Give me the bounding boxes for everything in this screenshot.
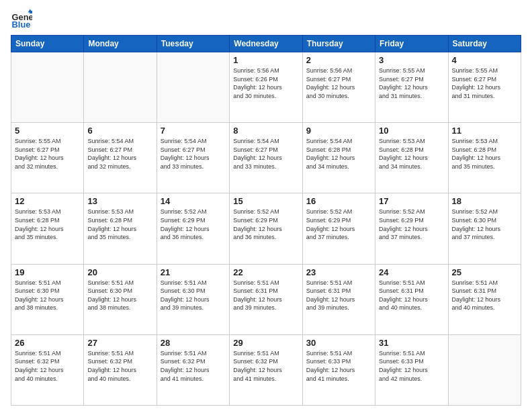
day-number: 10 bbox=[379, 126, 444, 136]
calendar-cell: 18Sunrise: 5:52 AM Sunset: 6:30 PM Dayli… bbox=[448, 193, 521, 264]
calendar-cell: 5Sunrise: 5:55 AM Sunset: 6:27 PM Daylig… bbox=[11, 123, 84, 193]
day-info: Sunrise: 5:51 AM Sunset: 6:31 PM Dayligh… bbox=[306, 279, 371, 312]
day-number: 25 bbox=[452, 267, 517, 277]
day-info: Sunrise: 5:56 AM Sunset: 6:26 PM Dayligh… bbox=[233, 66, 298, 100]
day-info: Sunrise: 5:52 AM Sunset: 6:29 PM Dayligh… bbox=[379, 208, 444, 241]
day-number: 9 bbox=[306, 126, 371, 136]
calendar-cell: 17Sunrise: 5:52 AM Sunset: 6:29 PM Dayli… bbox=[375, 193, 448, 264]
day-number: 12 bbox=[15, 196, 80, 206]
calendar-cell: 2Sunrise: 5:56 AM Sunset: 6:27 PM Daylig… bbox=[302, 52, 375, 123]
calendar-cell bbox=[84, 52, 157, 123]
day-info: Sunrise: 5:51 AM Sunset: 6:32 PM Dayligh… bbox=[87, 349, 152, 383]
calendar-cell: 21Sunrise: 5:51 AM Sunset: 6:30 PM Dayli… bbox=[157, 264, 229, 334]
calendar-cell: 30Sunrise: 5:51 AM Sunset: 6:33 PM Dayli… bbox=[302, 334, 375, 405]
day-info: Sunrise: 5:52 AM Sunset: 6:29 PM Dayligh… bbox=[233, 208, 298, 241]
day-number: 17 bbox=[379, 196, 444, 206]
day-number: 21 bbox=[161, 267, 226, 277]
day-info: Sunrise: 5:53 AM Sunset: 6:28 PM Dayligh… bbox=[15, 208, 80, 241]
day-number: 27 bbox=[87, 338, 152, 348]
calendar-cell: 29Sunrise: 5:51 AM Sunset: 6:32 PM Dayli… bbox=[230, 334, 302, 405]
day-info: Sunrise: 5:52 AM Sunset: 6:30 PM Dayligh… bbox=[452, 208, 517, 241]
day-number: 1 bbox=[233, 55, 298, 65]
day-info: Sunrise: 5:51 AM Sunset: 6:30 PM Dayligh… bbox=[15, 279, 80, 312]
day-number: 6 bbox=[87, 126, 152, 136]
day-number: 20 bbox=[87, 267, 152, 277]
calendar-cell: 13Sunrise: 5:53 AM Sunset: 6:28 PM Dayli… bbox=[84, 193, 157, 264]
weekday-header-friday: Friday bbox=[375, 36, 448, 52]
logo-icon: General Blue bbox=[11, 8, 32, 30]
day-info: Sunrise: 5:51 AM Sunset: 6:33 PM Dayligh… bbox=[379, 349, 444, 383]
day-info: Sunrise: 5:55 AM Sunset: 6:27 PM Dayligh… bbox=[15, 137, 80, 171]
calendar-cell: 23Sunrise: 5:51 AM Sunset: 6:31 PM Dayli… bbox=[302, 264, 375, 334]
day-info: Sunrise: 5:51 AM Sunset: 6:31 PM Dayligh… bbox=[233, 279, 298, 312]
calendar-cell: 22Sunrise: 5:51 AM Sunset: 6:31 PM Dayli… bbox=[230, 264, 302, 334]
calendar-cell: 12Sunrise: 5:53 AM Sunset: 6:28 PM Dayli… bbox=[11, 193, 84, 264]
calendar-cell: 9Sunrise: 5:54 AM Sunset: 6:28 PM Daylig… bbox=[302, 123, 375, 193]
calendar-cell: 6Sunrise: 5:54 AM Sunset: 6:27 PM Daylig… bbox=[84, 123, 157, 193]
day-info: Sunrise: 5:54 AM Sunset: 6:27 PM Dayligh… bbox=[87, 137, 152, 171]
calendar-cell: 8Sunrise: 5:54 AM Sunset: 6:27 PM Daylig… bbox=[230, 123, 302, 193]
day-number: 28 bbox=[161, 338, 226, 348]
day-info: Sunrise: 5:53 AM Sunset: 6:28 PM Dayligh… bbox=[87, 208, 152, 241]
day-number: 4 bbox=[452, 55, 517, 65]
day-number: 14 bbox=[161, 196, 226, 206]
weekday-header-wednesday: Wednesday bbox=[230, 36, 302, 52]
day-info: Sunrise: 5:51 AM Sunset: 6:31 PM Dayligh… bbox=[452, 279, 517, 312]
weekday-header-sunday: Sunday bbox=[11, 36, 84, 52]
day-info: Sunrise: 5:54 AM Sunset: 6:27 PM Dayligh… bbox=[233, 137, 298, 171]
day-info: Sunrise: 5:55 AM Sunset: 6:27 PM Dayligh… bbox=[379, 66, 444, 100]
day-number: 19 bbox=[15, 267, 80, 277]
day-number: 16 bbox=[306, 196, 371, 206]
week-row-3: 12Sunrise: 5:53 AM Sunset: 6:28 PM Dayli… bbox=[11, 193, 521, 264]
header: General Blue bbox=[11, 8, 521, 30]
day-number: 24 bbox=[379, 267, 444, 277]
calendar-cell: 19Sunrise: 5:51 AM Sunset: 6:30 PM Dayli… bbox=[11, 264, 84, 334]
calendar-cell bbox=[11, 52, 84, 123]
day-number: 29 bbox=[233, 338, 298, 348]
week-row-1: 1Sunrise: 5:56 AM Sunset: 6:26 PM Daylig… bbox=[11, 52, 521, 123]
calendar-cell: 4Sunrise: 5:55 AM Sunset: 6:27 PM Daylig… bbox=[448, 52, 521, 123]
week-row-5: 26Sunrise: 5:51 AM Sunset: 6:32 PM Dayli… bbox=[11, 334, 521, 405]
day-info: Sunrise: 5:54 AM Sunset: 6:27 PM Dayligh… bbox=[161, 137, 226, 171]
day-number: 22 bbox=[233, 267, 298, 277]
weekday-header-row: SundayMondayTuesdayWednesdayThursdayFrid… bbox=[11, 36, 521, 52]
day-info: Sunrise: 5:51 AM Sunset: 6:32 PM Dayligh… bbox=[233, 349, 298, 383]
weekday-header-tuesday: Tuesday bbox=[157, 36, 229, 52]
day-info: Sunrise: 5:52 AM Sunset: 6:29 PM Dayligh… bbox=[306, 208, 371, 241]
day-number: 5 bbox=[15, 126, 80, 136]
logo: General Blue bbox=[11, 8, 34, 30]
calendar-cell: 1Sunrise: 5:56 AM Sunset: 6:26 PM Daylig… bbox=[230, 52, 302, 123]
day-info: Sunrise: 5:51 AM Sunset: 6:33 PM Dayligh… bbox=[306, 349, 371, 383]
calendar-cell bbox=[448, 334, 521, 405]
day-number: 13 bbox=[87, 196, 152, 206]
week-row-4: 19Sunrise: 5:51 AM Sunset: 6:30 PM Dayli… bbox=[11, 264, 521, 334]
day-info: Sunrise: 5:53 AM Sunset: 6:28 PM Dayligh… bbox=[452, 137, 517, 171]
day-number: 26 bbox=[15, 338, 80, 348]
weekday-header-monday: Monday bbox=[84, 36, 157, 52]
calendar-cell: 26Sunrise: 5:51 AM Sunset: 6:32 PM Dayli… bbox=[11, 334, 84, 405]
calendar-table: SundayMondayTuesdayWednesdayThursdayFrid… bbox=[11, 35, 521, 406]
day-number: 3 bbox=[379, 55, 444, 65]
day-info: Sunrise: 5:51 AM Sunset: 6:31 PM Dayligh… bbox=[379, 279, 444, 312]
day-info: Sunrise: 5:54 AM Sunset: 6:28 PM Dayligh… bbox=[306, 137, 371, 171]
day-info: Sunrise: 5:56 AM Sunset: 6:27 PM Dayligh… bbox=[306, 66, 371, 100]
day-info: Sunrise: 5:53 AM Sunset: 6:28 PM Dayligh… bbox=[379, 137, 444, 171]
calendar-cell: 14Sunrise: 5:52 AM Sunset: 6:29 PM Dayli… bbox=[157, 193, 229, 264]
day-info: Sunrise: 5:51 AM Sunset: 6:30 PM Dayligh… bbox=[87, 279, 152, 312]
day-number: 8 bbox=[233, 126, 298, 136]
day-info: Sunrise: 5:51 AM Sunset: 6:30 PM Dayligh… bbox=[161, 279, 226, 312]
day-number: 11 bbox=[452, 126, 517, 136]
calendar-cell: 11Sunrise: 5:53 AM Sunset: 6:28 PM Dayli… bbox=[448, 123, 521, 193]
svg-text:Blue: Blue bbox=[12, 19, 31, 30]
calendar-cell: 28Sunrise: 5:51 AM Sunset: 6:32 PM Dayli… bbox=[157, 334, 229, 405]
day-number: 30 bbox=[306, 338, 371, 348]
calendar-cell: 15Sunrise: 5:52 AM Sunset: 6:29 PM Dayli… bbox=[230, 193, 302, 264]
page: General Blue SundayMondayTuesdayWednesda… bbox=[0, 0, 532, 411]
week-row-2: 5Sunrise: 5:55 AM Sunset: 6:27 PM Daylig… bbox=[11, 123, 521, 193]
calendar-cell: 31Sunrise: 5:51 AM Sunset: 6:33 PM Dayli… bbox=[375, 334, 448, 405]
calendar-cell: 16Sunrise: 5:52 AM Sunset: 6:29 PM Dayli… bbox=[302, 193, 375, 264]
calendar-cell: 24Sunrise: 5:51 AM Sunset: 6:31 PM Dayli… bbox=[375, 264, 448, 334]
day-info: Sunrise: 5:51 AM Sunset: 6:32 PM Dayligh… bbox=[161, 349, 226, 383]
calendar-cell: 27Sunrise: 5:51 AM Sunset: 6:32 PM Dayli… bbox=[84, 334, 157, 405]
day-info: Sunrise: 5:55 AM Sunset: 6:27 PM Dayligh… bbox=[452, 66, 517, 100]
